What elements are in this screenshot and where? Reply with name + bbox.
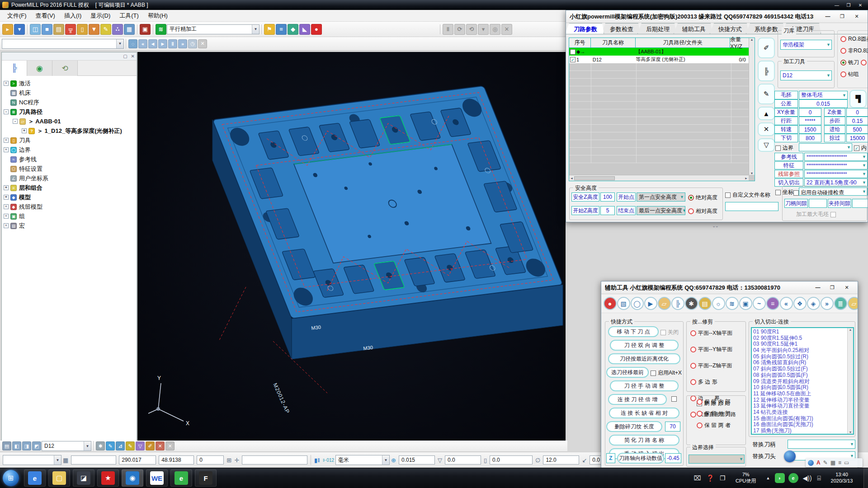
path-bidir-adjust-button[interactable]: 刀 径 双 向 调 整 (610, 340, 679, 351)
plugin-tab[interactable]: 快捷方式 (710, 23, 749, 34)
leadin-list-item[interactable]: 03 90度R1.5延伸1 (752, 340, 853, 347)
plugin-tab[interactable]: 刀路参数 (566, 23, 604, 34)
row-checkbox[interactable] (570, 49, 576, 55)
table-grid-icon[interactable]: ▦ (124, 24, 135, 35)
feature-select[interactable]: ***********************▼ (804, 161, 868, 169)
connect-path-multiply-button[interactable]: 连 接 刀 径 倍 增 (608, 394, 667, 405)
taskbar-redflag-icon[interactable]: ★ (97, 469, 119, 487)
tree-expander[interactable]: - (4, 109, 9, 114)
hierarchy2-icon[interactable]: ╠ (671, 297, 684, 310)
leadin-list-item[interactable]: 15 曲面法向圆弧(有拖刀) (752, 415, 853, 421)
feed-value[interactable]: 500 (846, 125, 868, 134)
stepdown-value[interactable]: 0.15 (846, 117, 868, 125)
path-nearest-optimize-button[interactable]: 刀径按最近距离优化 (608, 353, 680, 364)
tree-item[interactable]: ▦ 机床 (4, 88, 137, 98)
tree-item[interactable]: + ≡ 层和组合 (4, 183, 137, 192)
custom-filename-field[interactable] (725, 202, 778, 211)
leadin-list-item[interactable]: 08 斜向圆弧0.5圆弧(F) (752, 371, 853, 378)
axial-move-value-field[interactable]: -0.45 (665, 453, 681, 463)
plugin-tab[interactable]: 后期处理 (637, 23, 676, 34)
move-down-icon[interactable]: ▽ (758, 138, 775, 152)
end-point-select[interactable]: 最后一点安全高度▼ (637, 206, 685, 215)
status-blank-1[interactable] (71, 455, 116, 465)
table-row-empty[interactable] (569, 117, 755, 125)
probe-icon[interactable]: ✛ (234, 457, 239, 464)
toolpath-corner-icon[interactable]: ◣ (299, 24, 310, 35)
table-row-empty[interactable] (569, 71, 755, 79)
active-tool-combo[interactable]: D12 ▼ (42, 441, 91, 451)
sim-play-icon[interactable]: ► (158, 39, 167, 48)
toolpath-swirl-icon[interactable]: ≋ (726, 297, 739, 310)
search-icon[interactable]: ◌ (128, 39, 137, 48)
menu-item[interactable]: 工具(T) (115, 11, 143, 21)
toolpath-3d-icon[interactable]: ◆ (288, 24, 298, 35)
tray-wechat-icon[interactable]: ◗ (775, 473, 785, 483)
tree-item[interactable]: + ▤ 宏 (4, 221, 137, 230)
collapse-icon[interactable]: ◈ (807, 297, 820, 310)
chevron-down-icon[interactable]: ▼ (116, 39, 123, 48)
radio-non-ro8[interactable] (840, 48, 846, 54)
close-toolbar-icon[interactable]: ✕ (501, 24, 512, 35)
save-gray-icon[interactable]: ▾ (478, 24, 489, 35)
start-button[interactable]: ⊞ (3, 470, 19, 486)
tray-keyboard-icon[interactable]: ⌧ (693, 474, 701, 482)
main-close-button[interactable]: ✕ (854, 3, 866, 8)
table-row-empty[interactable] (569, 140, 755, 148)
measure-icon[interactable]: ⊿ (116, 441, 125, 450)
main-minimize-button[interactable]: — (831, 3, 843, 8)
shank-clearance-field[interactable] (809, 199, 827, 208)
tree-item[interactable]: + ◆ 残留模型 (4, 202, 137, 211)
ime-logo-icon[interactable] (808, 460, 814, 466)
table-hscrollbar[interactable]: ◄► (569, 175, 749, 181)
globe-button[interactable] (784, 450, 796, 462)
tree-item[interactable]: - ≋ 刀具路径 (4, 107, 137, 117)
tray-expand-icon[interactable]: ▲ (766, 476, 770, 480)
start-point-select[interactable]: 第一点安全高度▼ (637, 192, 685, 202)
curve-icon[interactable]: ~ (753, 297, 766, 310)
status-blank-2[interactable] (242, 455, 307, 465)
box3d-icon[interactable]: ▣ (739, 297, 752, 310)
brush-color-icon[interactable]: ✐ (758, 38, 775, 58)
menu-item[interactable]: 插入(I) (60, 11, 86, 21)
tray-restore-icon[interactable]: ❐ (720, 474, 726, 482)
axial-move-button[interactable]: 刀路轴向移动数值 (617, 453, 664, 464)
tree-expander[interactable]: + (22, 128, 27, 133)
replace-shank-select[interactable]: ▼ (788, 440, 855, 449)
redo-gray-icon[interactable]: ⟳ (454, 24, 465, 35)
leadin-list-item[interactable]: 12 延伸移动刀半径变量 (752, 396, 853, 403)
machine-bed-icon[interactable]: ▤ (53, 24, 64, 35)
chevron-down-icon[interactable]: ▼ (252, 25, 259, 34)
tree-item[interactable]: - ▱ ＞ AABB-01 (13, 117, 137, 126)
gear-tool-icon[interactable]: ✱ (685, 297, 698, 310)
units-combo[interactable]: 毫米 ▼ (335, 455, 390, 465)
brush-icon[interactable]: ✎ (106, 441, 115, 450)
simplify-path-name-button[interactable]: 简 化 刀 路 名 称 (609, 435, 679, 446)
folder2-icon[interactable]: ▱ (848, 297, 859, 310)
keep-radio-row[interactable]: 保 留 外 部 (697, 408, 745, 419)
safe-z-value[interactable]: 100 (600, 192, 615, 202)
panel-collapse-chevron[interactable]: ⌄⌄ (712, 223, 718, 228)
radio-drill[interactable] (840, 71, 846, 77)
taskbar-wps-icon[interactable]: WE (146, 469, 168, 487)
draw-icon[interactable]: ✎ (126, 441, 135, 450)
brush-blue-icon[interactable]: ✎ (758, 84, 775, 104)
leadin-list-item[interactable]: 05 斜向圆弧0.5掠过(R) (752, 353, 853, 359)
block-icon[interactable]: ■ (42, 24, 52, 35)
levels-icon[interactable]: ▤ (2, 441, 11, 450)
leadin-list-item[interactable]: 06 清角残留直斜向(R) (752, 359, 853, 365)
sim-first-icon[interactable]: « (138, 39, 147, 48)
clock[interactable]: 13:40 2020/3/13 (826, 472, 858, 484)
tray-volume-icon[interactable]: ◀)) (803, 474, 812, 482)
tool-icon-button[interactable]: ▜ (849, 90, 867, 108)
trim-radio[interactable] (690, 363, 696, 369)
aux-minimize-button[interactable]: — (811, 285, 825, 291)
zero-gray-icon[interactable]: ◎ (490, 24, 500, 35)
fragment-length-field[interactable]: 70 (665, 422, 680, 432)
move-plunge-point-button[interactable]: 移 动 下 刀 点 (608, 326, 659, 337)
leadin-list-item[interactable]: 16 曲面法向圆弧(无拖刀) (752, 421, 853, 427)
tray-green-e-icon[interactable]: e (788, 473, 798, 483)
max-stock-checkbox[interactable] (830, 212, 836, 217)
table-row-empty[interactable] (569, 125, 755, 132)
tree-expander[interactable]: + (4, 147, 9, 152)
record-icon[interactable]: ● (311, 24, 322, 35)
